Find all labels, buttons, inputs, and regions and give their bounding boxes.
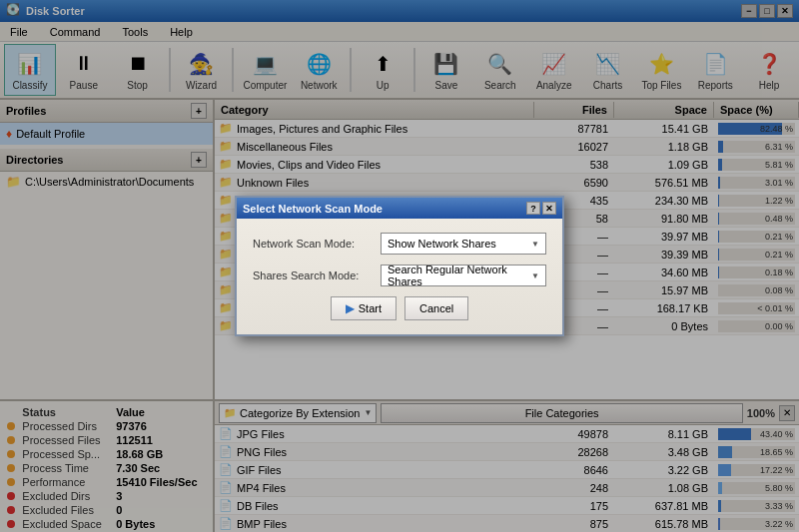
dialog-overlay: Select Network Scan Mode ? ✕ Network Sca…	[0, 0, 799, 532]
shares-search-mode-value: Search Regular Network Shares	[388, 264, 531, 287]
start-icon: ▶	[346, 301, 355, 315]
start-label: Start	[359, 302, 382, 314]
dialog-title-buttons: ? ✕	[526, 202, 556, 215]
network-scan-dialog: Select Network Scan Mode ? ✕ Network Sca…	[235, 196, 564, 336]
dialog-network-scan-row: Network Scan Mode: Show Network Shares ▼	[253, 233, 546, 255]
network-scan-mode-value: Show Network Shares	[388, 238, 496, 250]
dropdown-arrow-icon: ▼	[531, 271, 539, 280]
dialog-shares-search-row: Shares Search Mode: Search Regular Netwo…	[253, 265, 546, 286]
shares-search-mode-select[interactable]: Search Regular Network Shares ▼	[381, 265, 546, 286]
network-scan-mode-label: Network Scan Mode:	[253, 238, 373, 250]
cancel-label: Cancel	[419, 302, 453, 314]
dropdown-arrow-icon: ▼	[531, 240, 539, 249]
dialog-close-button[interactable]: ✕	[542, 202, 556, 215]
dialog-cancel-button[interactable]: Cancel	[404, 296, 468, 320]
dialog-help-button[interactable]: ?	[526, 202, 540, 215]
dialog-start-button[interactable]: ▶ Start	[331, 296, 397, 320]
dialog-titlebar: Select Network Scan Mode ? ✕	[237, 198, 562, 219]
dialog-body: Network Scan Mode: Show Network Shares ▼…	[237, 219, 562, 334]
dialog-title: Select Network Scan Mode	[243, 203, 383, 215]
shares-search-mode-label: Shares Search Mode:	[253, 269, 373, 281]
network-scan-mode-select[interactable]: Show Network Shares ▼	[381, 233, 546, 255]
dialog-buttons: ▶ Start Cancel	[253, 296, 546, 320]
